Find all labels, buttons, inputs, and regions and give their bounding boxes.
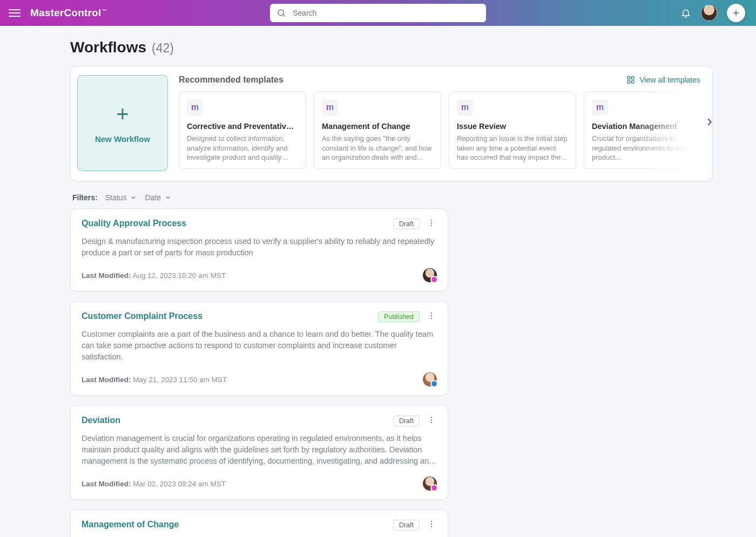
workflow-title[interactable]: Customer Complaint Process xyxy=(82,311,202,321)
kebab-icon xyxy=(427,219,436,227)
workflow-card[interactable]: Management of Change Draft As the saying… xyxy=(70,509,448,537)
svg-point-19 xyxy=(431,526,432,527)
svg-point-8 xyxy=(431,220,432,221)
template-title: Deviation Management xyxy=(592,122,703,131)
filters-row: Filters: Status Date xyxy=(72,193,711,202)
page-count: (42) xyxy=(152,41,174,56)
workflow-title[interactable]: Management of Change xyxy=(82,520,179,529)
template-logo-icon: m xyxy=(592,99,608,115)
kebab-icon xyxy=(427,311,436,320)
view-all-label: View all templates xyxy=(639,76,700,84)
status-badge: Draft xyxy=(393,520,420,531)
workflow-card[interactable]: Deviation Draft Deviation management is … xyxy=(70,405,448,500)
svg-point-18 xyxy=(431,524,432,525)
new-workflow-label: New Workflow xyxy=(95,134,150,144)
plus-icon xyxy=(731,8,741,18)
svg-rect-5 xyxy=(632,77,634,79)
workflow-card[interactable]: Customer Complaint Process Published Cus… xyxy=(70,301,448,396)
status-badge: Draft xyxy=(393,219,420,229)
chevron-right-icon xyxy=(704,116,713,128)
template-desc: Designed to collect information, analyze… xyxy=(187,134,298,162)
workflow-list: Quality Approval Process Draft Design & … xyxy=(70,208,448,537)
svg-point-16 xyxy=(431,422,432,423)
filter-date[interactable]: Date xyxy=(145,193,172,202)
create-button[interactable] xyxy=(727,4,745,22)
workflow-owner-avatar[interactable] xyxy=(423,477,437,491)
template-desc: Crucial for organizations in regulated e… xyxy=(592,134,703,162)
app-header: MasterControl™ xyxy=(0,0,756,26)
svg-point-14 xyxy=(431,417,432,418)
view-all-templates-link[interactable]: View all templates xyxy=(626,76,700,84)
workflow-menu-button[interactable] xyxy=(426,520,437,531)
template-card[interactable]: m Management of Change As the saying goe… xyxy=(314,91,441,169)
template-desc: Reporting an issue is the initial step t… xyxy=(457,134,568,162)
template-logo-icon: m xyxy=(322,99,338,115)
filter-status[interactable]: Status xyxy=(105,193,138,202)
kebab-icon xyxy=(427,416,436,424)
workflow-menu-button[interactable] xyxy=(426,416,437,426)
workflow-card[interactable]: Quality Approval Process Draft Design & … xyxy=(70,208,448,291)
filter-label: Status xyxy=(105,193,127,202)
filters-label: Filters: xyxy=(72,193,98,202)
template-desc: As the saying goes "the only constant in… xyxy=(322,134,433,162)
svg-point-11 xyxy=(431,312,432,314)
workflow-desc: Deviation management is crucial for orga… xyxy=(82,433,437,467)
brand-logo: MasterControl™ xyxy=(30,7,107,19)
workflow-menu-button[interactable] xyxy=(426,311,437,322)
workflow-last-modified: Last Modified: Mar 02, 2023 09:24 am MST xyxy=(82,480,226,488)
status-badge: Published xyxy=(378,311,420,322)
template-logo-icon: m xyxy=(457,99,473,115)
notifications-icon[interactable] xyxy=(680,8,691,18)
svg-point-17 xyxy=(431,521,432,522)
template-title: Management of Change xyxy=(322,122,433,131)
user-avatar[interactable] xyxy=(701,5,717,21)
recommended-heading: Recommended templates xyxy=(179,75,284,85)
search-input[interactable] xyxy=(270,4,486,22)
page-title: Workflows xyxy=(70,39,146,56)
page-title-row: Workflows (42) xyxy=(70,39,713,56)
grid-icon xyxy=(626,76,635,84)
chevron-down-icon xyxy=(130,194,137,201)
search-icon xyxy=(276,8,286,18)
recommended-panel: + New Workflow Recommended templates Vie… xyxy=(70,66,713,181)
template-card[interactable]: m Deviation Management Crucial for organ… xyxy=(584,91,711,169)
svg-line-1 xyxy=(283,15,285,16)
workflow-last-modified: Last Modified: May 21, 2023 11:50 am MST xyxy=(82,376,227,384)
workflow-desc: Customer complaints are a part of the bu… xyxy=(82,329,437,363)
svg-rect-7 xyxy=(632,80,634,83)
template-title: Corrective and Preventative A... xyxy=(187,122,298,131)
template-card[interactable]: m Issue Review Reporting an issue is the… xyxy=(449,91,576,169)
workflow-title[interactable]: Quality Approval Process xyxy=(82,219,186,228)
filter-label: Date xyxy=(145,193,161,202)
kebab-icon xyxy=(427,520,436,528)
svg-rect-4 xyxy=(627,77,630,79)
workflow-last-modified: Last Modified: Aug 12, 2023 10:20 am MST xyxy=(82,271,226,280)
template-logo-icon: m xyxy=(187,99,203,115)
template-title: Issue Review xyxy=(457,122,568,131)
svg-point-9 xyxy=(431,222,432,223)
chevron-down-icon xyxy=(164,194,172,201)
svg-point-12 xyxy=(431,315,432,316)
svg-rect-6 xyxy=(627,80,630,83)
workflow-menu-button[interactable] xyxy=(426,219,437,229)
plus-icon: + xyxy=(116,103,129,125)
svg-point-10 xyxy=(431,225,432,226)
svg-point-13 xyxy=(431,317,432,318)
svg-point-0 xyxy=(278,10,284,16)
template-card[interactable]: m Corrective and Preventative A... Desig… xyxy=(179,91,306,169)
workflow-owner-avatar[interactable] xyxy=(423,268,437,282)
status-badge: Draft xyxy=(393,416,420,426)
workflow-desc: Design & manufacturing inspection proces… xyxy=(82,236,437,259)
search-field[interactable] xyxy=(292,8,480,18)
menu-icon[interactable] xyxy=(9,7,21,19)
workflow-title[interactable]: Deviation xyxy=(82,416,120,425)
workflow-owner-avatar[interactable] xyxy=(423,372,437,386)
new-workflow-button[interactable]: + New Workflow xyxy=(77,75,168,171)
carousel-next-button[interactable] xyxy=(701,114,713,130)
svg-point-15 xyxy=(431,419,432,420)
template-carousel: m Corrective and Preventative A... Desig… xyxy=(179,91,703,169)
